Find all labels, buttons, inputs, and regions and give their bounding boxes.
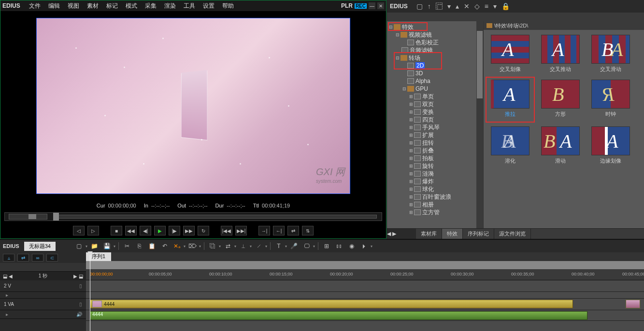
audio-clip[interactable]: 4444	[90, 311, 587, 320]
tree-gpu-item[interactable]: 扭转	[422, 139, 434, 147]
set-out-button[interactable]: ▷	[87, 226, 99, 235]
stop-button[interactable]: ■	[111, 226, 122, 235]
menu-file[interactable]: 文件	[25, 2, 44, 10]
close-button[interactable]: ✕	[377, 2, 384, 9]
prev-frame-button[interactable]: ◀|	[140, 226, 151, 235]
track-patch-icon[interactable]: ▯	[79, 302, 82, 307]
tree-gpu-item[interactable]: 扩展	[422, 131, 434, 139]
tree-gpu-item[interactable]: 折叠	[422, 147, 434, 155]
tree-scrollbar[interactable]	[476, 21, 483, 228]
tree-gpu-item[interactable]: 手风琴	[422, 124, 440, 132]
list-icon[interactable]: ≡	[485, 2, 488, 10]
replace-button[interactable]: ⇄	[287, 226, 299, 235]
track-2v[interactable]	[86, 280, 644, 292]
link-button[interactable]: ⇄	[223, 242, 233, 250]
loop-button[interactable]: ↻	[198, 226, 209, 235]
tc-out[interactable]: --:--:--;--	[189, 203, 207, 208]
mode-a-button[interactable]: ▵	[3, 254, 14, 262]
mode-d-button[interactable]: ⊂	[46, 254, 58, 262]
rewind-button[interactable]: ◀◀	[125, 226, 137, 235]
folder-icon[interactable]: ▢	[416, 2, 423, 10]
menu-render[interactable]: 渲染	[160, 2, 180, 10]
mode-b-button[interactable]: ⇄	[17, 254, 29, 262]
next-frame-button[interactable]: |▶	[169, 226, 180, 235]
tree-video-filter[interactable]: 视频滤镜	[409, 31, 432, 39]
up-icon[interactable]: ↑	[428, 2, 431, 10]
mode-rec[interactable]: REC	[355, 3, 367, 9]
playhead[interactable]	[90, 252, 90, 331]
copy-button[interactable]: ⎘	[134, 242, 145, 250]
delete-button[interactable]: ⌦	[187, 242, 198, 250]
preview-frame[interactable]: GXI 网system.com	[36, 18, 350, 194]
project-title[interactable]: 无标题34	[24, 242, 56, 251]
effects-tree[interactable]: ⊟特效 ⊟视频滤镜 色彩校正 音频滤镜 ⊟转场 2D 3D Alpha ⊟GPU…	[387, 21, 484, 228]
paste-button[interactable]: 📋	[147, 242, 157, 250]
menu-tools[interactable]: 工具	[180, 2, 199, 10]
play-button[interactable]: ▶	[154, 226, 166, 235]
cut-button[interactable]: ✂	[122, 242, 132, 250]
tree-gpu-item[interactable]: 拍板	[422, 154, 434, 163]
effect-thumb[interactable]: BA 交叉滑动	[589, 35, 632, 73]
menu-capture[interactable]: 采集	[141, 2, 160, 10]
monitor-button[interactable]: 🖵	[301, 242, 312, 250]
tree-gpu-item[interactable]: 百叶窗波浪	[422, 193, 451, 201]
tree-gpu-item[interactable]: 立方管	[422, 208, 440, 217]
dropdown-icon[interactable]: ▾	[493, 2, 497, 10]
tab-source-browser[interactable]: 源文件浏览	[494, 229, 531, 239]
track-patch-icon[interactable]: ▯	[79, 283, 82, 289]
effect-thumb[interactable]: BA 溶化	[488, 126, 532, 165]
tree-gpu[interactable]: GPU	[415, 85, 428, 92]
track-header-expand[interactable]: ▸	[0, 292, 86, 299]
menu-edit[interactable]: 编辑	[44, 2, 64, 10]
tc-ttl[interactable]: 00:00:41;19	[262, 203, 290, 208]
menu-view[interactable]: 视图	[64, 2, 83, 10]
tree-gpu-item[interactable]: 单页	[422, 93, 434, 101]
tree-2d[interactable]: 2D	[415, 62, 425, 69]
tc-in[interactable]: --:--:--;--	[151, 203, 170, 208]
mode-c-button[interactable]: ∞	[32, 254, 43, 262]
tree-gpu-item[interactable]: 四页	[422, 116, 434, 124]
tree-audio-filter[interactable]: 音频滤镜	[410, 46, 433, 55]
color-button[interactable]: ◉	[346, 242, 357, 250]
track-1va-audio[interactable]: 4444	[86, 310, 644, 321]
track-header-2v[interactable]: 2 V ▯	[0, 280, 86, 292]
effect-thumb[interactable]: A 交叉划像	[488, 35, 532, 73]
track-header-1va[interactable]: 1 VA ▯	[0, 299, 86, 310]
mute-icon[interactable]: 🔊	[76, 312, 82, 317]
voiceover-button[interactable]: 🎤	[289, 242, 300, 250]
new-seq-button[interactable]: ▢	[74, 242, 85, 250]
track-header-audio[interactable]: ▸ 🔊	[0, 310, 86, 319]
mixer-button[interactable]: ⫾⫾	[334, 242, 344, 250]
menu-mode[interactable]: 模式	[122, 2, 141, 10]
tab-effects[interactable]: 特效	[442, 229, 463, 239]
minimize-button[interactable]: —	[369, 2, 375, 9]
razor-button[interactable]: ⟋	[254, 242, 264, 250]
tree-gpu-item[interactable]: 双页	[422, 100, 434, 109]
scale-right[interactable]: ▶ ⬓	[73, 274, 83, 279]
menu-help[interactable]: 帮助	[218, 2, 238, 10]
tab-bin[interactable]: 素材库	[416, 229, 442, 239]
overwrite-button[interactable]: ←|	[273, 226, 285, 235]
marker-icon[interactable]: ◇	[474, 2, 480, 10]
lock-icon[interactable]: 🔒	[501, 2, 510, 10]
open-button[interactable]: 📁	[89, 242, 100, 250]
effect-thumb-selected[interactable]: A 推拉	[488, 80, 532, 120]
ripple-button[interactable]: ✕ₐ	[172, 242, 183, 250]
tab-markers[interactable]: 序列标记	[463, 229, 494, 239]
tree-gpu-item[interactable]: 涟漪	[422, 170, 434, 178]
tree-alpha[interactable]: Alpha	[415, 78, 430, 84]
scrub-handle[interactable]	[53, 213, 59, 221]
timeline-ruler[interactable]: 00:00:00;00 00:00:05;00 00:00:10;00 00:0…	[86, 270, 644, 280]
effect-thumb[interactable]: B 方形	[539, 80, 582, 120]
track-spacer[interactable]	[86, 292, 644, 299]
trim-button[interactable]: ⟂	[238, 242, 249, 250]
tc-dur[interactable]: --:--:--;--	[227, 203, 245, 208]
undo-button[interactable]: ↶	[159, 242, 170, 250]
tree-collapse-icon[interactable]: ⊟	[388, 25, 394, 29]
scale-left[interactable]: ⬓ ◀	[3, 274, 13, 279]
scrub-bar[interactable]	[4, 212, 382, 221]
tc-cur[interactable]: 00:00:00;00	[108, 203, 136, 208]
export-button[interactable]: ⏵	[359, 242, 370, 250]
menu-marker[interactable]: 标记	[102, 2, 122, 10]
tree-gpu-item[interactable]: 爆炸	[422, 178, 434, 186]
